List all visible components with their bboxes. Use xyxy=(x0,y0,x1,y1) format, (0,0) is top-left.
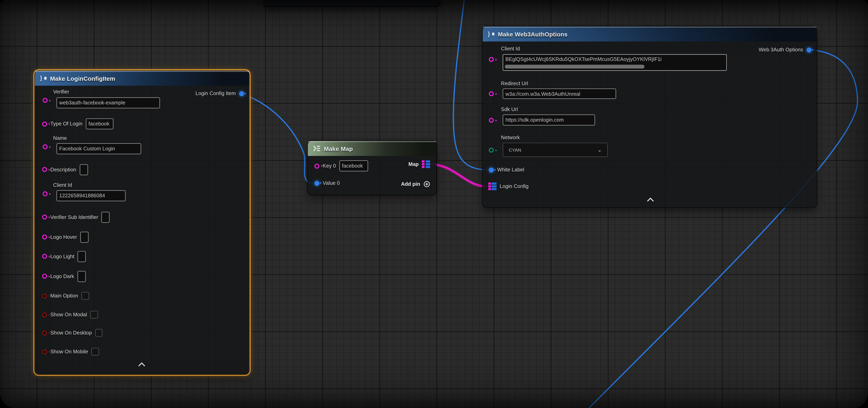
wire-loginconfigitem-to-value0[interactable] xyxy=(241,94,313,183)
node-title: Make LoginConfigItem xyxy=(50,75,115,81)
pin-label-show-on-modal: Show On Modal xyxy=(51,312,87,317)
type-of-login-input[interactable]: facebook xyxy=(86,118,114,130)
wire-map-to-loginconfig[interactable] xyxy=(431,164,486,186)
collapse-chevron-button[interactable] xyxy=(135,361,148,368)
pin-show-on-desktop[interactable] xyxy=(42,330,47,335)
collapse-chevron-button[interactable] xyxy=(644,196,656,203)
pin-logo-light[interactable] xyxy=(42,254,47,259)
pin-row-key0: Key 0 facebook xyxy=(314,160,368,171)
pin-show-on-modal[interactable] xyxy=(42,312,47,317)
output-label: Web 3Auth Options xyxy=(759,47,803,53)
main-option-checkbox[interactable] xyxy=(82,292,89,300)
client-id-input[interactable]: 1222658941886084 xyxy=(57,190,126,201)
pin-label-logo-dark: Logo Dark xyxy=(51,273,74,279)
key0-input[interactable]: facebook xyxy=(339,160,368,171)
pin-row-logo-light: Logo Light xyxy=(42,250,86,262)
pin-logo-dark[interactable] xyxy=(42,274,47,279)
node-title: Make Web3AuthOptions xyxy=(498,31,567,37)
node-header[interactable]: } Make Web3AuthOptions xyxy=(483,27,816,41)
pin-value0[interactable] xyxy=(314,180,319,185)
client-id-value: BEglQSgt4cUWcj6SKRdu5QkOXTsePmMcusG5EAoy… xyxy=(505,57,661,62)
client-id-input[interactable]: BEglQSgt4cUWcj6SKRdu5QkOXTsePmMcusG5EAoy… xyxy=(503,54,727,71)
pin-row-logo-hover: Logo Hover xyxy=(42,231,89,243)
pin-label-key0: Key 0 xyxy=(323,163,336,169)
pin-row-verifier-sub-identifier: Verifier Sub Identifier xyxy=(42,211,110,223)
node-make-map[interactable]: Make Map Key 0 facebook Map Value 0 Add … xyxy=(308,141,436,195)
map-pin-icon[interactable] xyxy=(422,160,430,168)
make-struct-icon: } xyxy=(488,31,490,37)
pin-row-show-on-mobile: Show On Mobile xyxy=(42,347,99,356)
client-id-scrollbar[interactable] xyxy=(505,65,644,68)
pin-label-show-on-desktop: Show On Desktop xyxy=(51,330,92,336)
pin-redirect-url[interactable] xyxy=(489,91,494,96)
add-pin-button[interactable]: Add pin xyxy=(401,180,430,188)
pin-label-logo-hover: Logo Hover xyxy=(51,234,77,240)
show-on-modal-checkbox[interactable] xyxy=(90,311,98,318)
pin-white-label[interactable] xyxy=(489,167,494,172)
pin-type-of-login[interactable] xyxy=(42,122,47,127)
pin-key0[interactable] xyxy=(314,163,319,168)
pin-row-show-on-desktop: Show On Desktop xyxy=(42,329,103,337)
sdk-url-input[interactable]: https://sdk.openlogin.com xyxy=(503,114,595,126)
pin-row-description: Description xyxy=(42,164,88,175)
pin-row-show-on-modal: Show On Modal xyxy=(42,310,98,319)
output-row-web3auth-options: Web 3Auth Options xyxy=(759,46,812,53)
show-on-mobile-checkbox[interactable] xyxy=(91,348,99,355)
verifier-sub-identifier-input[interactable] xyxy=(101,211,110,223)
node-make-loginconfigitem[interactable]: } Make LoginConfigItem Login Config Item… xyxy=(35,71,249,374)
pin-name[interactable] xyxy=(42,144,48,149)
pin-verifier-sub-identifier[interactable] xyxy=(42,214,47,219)
redirect-url-input[interactable]: w3a://com.w3a.Web3AuthUnreal xyxy=(503,89,616,99)
pin-network[interactable] xyxy=(489,147,494,152)
node-title: Make Map xyxy=(324,145,353,152)
add-pin-plus-icon xyxy=(424,181,430,188)
make-struct-icon: } xyxy=(40,75,42,81)
pin-label-show-on-mobile: Show On Mobile xyxy=(51,349,88,354)
pin-verifier[interactable] xyxy=(42,98,48,103)
pin-show-on-mobile[interactable] xyxy=(42,349,47,354)
pin-logo-hover[interactable] xyxy=(42,234,47,239)
pin-row-login-config: Login Config xyxy=(488,182,529,191)
add-pin-label: Add pin xyxy=(401,181,420,187)
chevron-up-icon xyxy=(647,197,654,202)
node-header[interactable]: Make Map xyxy=(308,141,436,156)
blueprint-canvas[interactable]: } Make LoginConfigItem Login Config Item… xyxy=(0,0,868,408)
pin-client-id[interactable] xyxy=(42,191,48,196)
verifier-input[interactable]: web3auth-facebook-example xyxy=(57,97,160,108)
make-container-icon xyxy=(313,145,320,151)
chevron-up-icon xyxy=(138,362,146,367)
output-label: Login Config Item xyxy=(195,91,236,96)
node-header[interactable]: } Make LoginConfigItem xyxy=(35,71,249,86)
pin-label-network: Network xyxy=(501,135,520,140)
make-struct-icon-dot xyxy=(492,33,494,35)
name-input[interactable]: Facebook Custom Login xyxy=(57,143,141,155)
network-selected-value: CYAN xyxy=(509,147,521,152)
logo-light-input[interactable] xyxy=(78,251,86,262)
pin-client-id[interactable] xyxy=(489,57,494,62)
node-make-web3authoptions[interactable]: } Make Web3AuthOptions Web 3Auth Options… xyxy=(483,27,816,207)
pin-label-type-of-login: Type Of Login xyxy=(51,121,83,127)
pin-label-description: Description xyxy=(51,167,76,172)
pin-row-type-of-login: Type Of Login facebook xyxy=(42,118,114,130)
pin-description[interactable] xyxy=(42,167,47,172)
wire-top-to-whitelabel[interactable] xyxy=(454,0,487,170)
pin-label-client-id: Client Id xyxy=(501,46,520,52)
network-dropdown[interactable]: CYAN ⌄ xyxy=(503,143,608,157)
pin-main-option[interactable] xyxy=(42,293,47,298)
pin-label-login-config: Login Config xyxy=(500,183,529,189)
output-row-map: Map xyxy=(408,160,430,169)
logo-dark-input[interactable] xyxy=(78,271,86,282)
pin-row-value0: Value 0 xyxy=(314,178,340,188)
pin-label-logo-light: Logo Light xyxy=(51,253,74,259)
output-row-login-config-item: Login Config Item xyxy=(195,90,244,97)
logo-hover-input[interactable] xyxy=(80,231,89,242)
description-input[interactable] xyxy=(80,164,88,175)
offscreen-node-top[interactable] xyxy=(264,0,440,6)
show-on-desktop-checkbox[interactable] xyxy=(95,329,103,337)
login-config-map-pin-icon[interactable] xyxy=(488,182,496,191)
pin-label-verifier-sub-identifier: Verifier Sub Identifier xyxy=(51,214,98,220)
pin-sdk-url[interactable] xyxy=(489,118,494,123)
pin-login-config-item-output[interactable] xyxy=(239,91,244,96)
pin-web3auth-options-output[interactable] xyxy=(807,47,812,53)
pin-label-redirect-url: Redirect Url xyxy=(501,81,528,86)
